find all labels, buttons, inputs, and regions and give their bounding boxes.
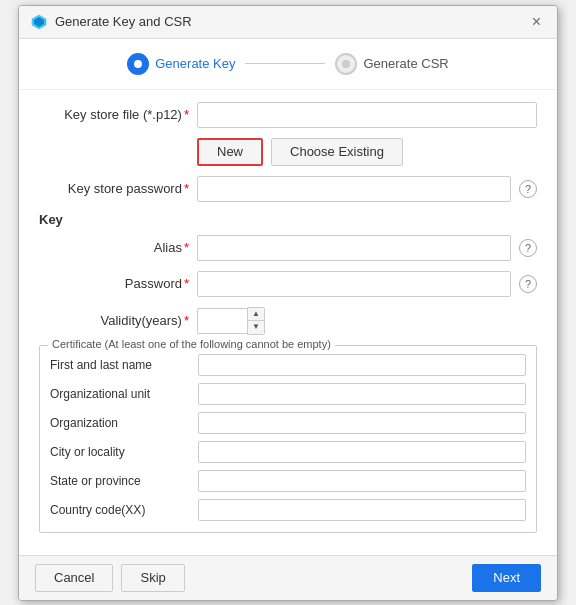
validity-label: Validity(years)* (39, 313, 189, 328)
cert-state-row: State or province (50, 470, 526, 492)
cert-org-input[interactable] (198, 412, 526, 434)
step-circle-generate-key (127, 53, 149, 75)
step-label-generate-csr: Generate CSR (363, 56, 448, 71)
step-connector (245, 63, 325, 64)
validity-increment-button[interactable]: ▲ (248, 308, 264, 321)
key-store-password-label: Key store password* (39, 181, 189, 196)
cert-city-row: City or locality (50, 441, 526, 463)
cert-city-input[interactable] (198, 441, 526, 463)
key-password-input[interactable] (197, 271, 511, 297)
certificate-section-title: Certificate (At least one of the followi… (48, 338, 335, 350)
cancel-button[interactable]: Cancel (35, 564, 113, 592)
bottom-bar: Cancel Skip Next (19, 555, 557, 600)
svg-point-3 (342, 60, 350, 68)
key-store-password-input[interactable] (197, 176, 511, 202)
cert-state-label: State or province (50, 474, 190, 488)
choose-existing-button[interactable]: Choose Existing (271, 138, 403, 166)
alias-help-icon[interactable]: ? (519, 239, 537, 257)
alias-input[interactable] (197, 235, 511, 261)
cert-org-row: Organization (50, 412, 526, 434)
validity-row: Validity(years)* 25 ▲ ▼ (39, 307, 537, 335)
cert-org-label: Organization (50, 416, 190, 430)
cert-first-last-name-label: First and last name (50, 358, 190, 372)
key-store-file-input[interactable] (197, 102, 537, 128)
cert-city-label: City or locality (50, 445, 190, 459)
key-store-file-row: Key store file (*.p12)* (39, 102, 537, 128)
step-generate-key: Generate Key (127, 53, 235, 75)
key-section-label: Key (39, 212, 537, 227)
cert-first-last-name-row: First and last name (50, 354, 526, 376)
cert-org-unit-input[interactable] (198, 383, 526, 405)
svg-point-2 (134, 60, 142, 68)
step-label-generate-key: Generate Key (155, 56, 235, 71)
new-button[interactable]: New (197, 138, 263, 166)
key-store-password-row: Key store password* ? (39, 176, 537, 202)
key-password-row: Password* ? (39, 271, 537, 297)
key-password-label: Password* (39, 276, 189, 291)
file-action-buttons: New Choose Existing (39, 138, 537, 166)
validity-input[interactable]: 25 (197, 308, 247, 334)
key-store-password-help-icon[interactable]: ? (519, 180, 537, 198)
alias-label: Alias* (39, 240, 189, 255)
next-button[interactable]: Next (472, 564, 541, 592)
step-circle-generate-csr (335, 53, 357, 75)
validity-spinner: 25 ▲ ▼ (197, 307, 265, 335)
form-body: Key store file (*.p12)* New Choose Exist… (19, 90, 557, 555)
cert-org-unit-row: Organizational unit (50, 383, 526, 405)
cert-country-label: Country code(XX) (50, 503, 190, 517)
app-icon (31, 14, 47, 30)
generate-key-csr-dialog: Generate Key and CSR × Generate Key Gene… (18, 5, 558, 601)
title-bar-left: Generate Key and CSR (31, 14, 192, 30)
validity-spinner-buttons: ▲ ▼ (247, 307, 265, 335)
cert-org-unit-label: Organizational unit (50, 387, 190, 401)
cert-country-row: Country code(XX) (50, 499, 526, 521)
close-button[interactable]: × (528, 14, 545, 30)
key-store-file-label: Key store file (*.p12)* (39, 107, 189, 122)
cert-first-last-name-input[interactable] (198, 354, 526, 376)
title-bar: Generate Key and CSR × (19, 6, 557, 39)
key-password-help-icon[interactable]: ? (519, 275, 537, 293)
dialog-title: Generate Key and CSR (55, 14, 192, 29)
cert-state-input[interactable] (198, 470, 526, 492)
steps-bar: Generate Key Generate CSR (19, 39, 557, 90)
step-generate-csr: Generate CSR (335, 53, 448, 75)
alias-row: Alias* ? (39, 235, 537, 261)
certificate-section: Certificate (At least one of the followi… (39, 345, 537, 533)
cert-country-input[interactable] (198, 499, 526, 521)
validity-decrement-button[interactable]: ▼ (248, 321, 264, 334)
skip-button[interactable]: Skip (121, 564, 184, 592)
bottom-left-buttons: Cancel Skip (35, 564, 185, 592)
